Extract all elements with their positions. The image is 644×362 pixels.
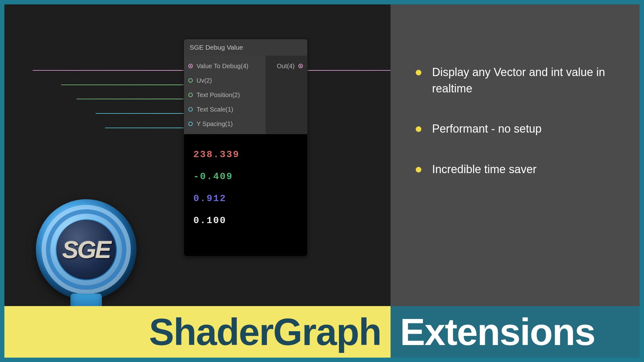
- input-port-text-position[interactable]: Text Position(2): [184, 88, 266, 102]
- preview-value-y: -0.409: [193, 171, 298, 182]
- port-dot-icon[interactable]: [188, 107, 193, 112]
- logo-sphere: SGE: [36, 199, 136, 300]
- wire-value-to-debug: [33, 70, 184, 71]
- port-label: Text Position(2): [197, 91, 240, 99]
- sge-logo: SGE: [23, 199, 149, 306]
- feature-bullet: Display any Vector and int value in real…: [416, 64, 621, 97]
- output-port-out[interactable]: Out(4): [266, 59, 307, 73]
- port-label: Text Scale(1): [197, 106, 233, 113]
- node-body: Value To Debug(4) Uv(2) Text Position(2): [184, 56, 307, 134]
- node-sge-debug-value[interactable]: SGE Debug Value Value To Debug(4) Uv(2): [184, 39, 308, 256]
- banner-right: Extensions: [391, 306, 640, 358]
- logo-stem: [70, 293, 102, 306]
- input-port-uv[interactable]: Uv(2): [184, 73, 266, 88]
- port-dot-icon[interactable]: [188, 93, 193, 97]
- wire-text-scale: [96, 113, 184, 114]
- input-port-text-scale[interactable]: Text Scale(1): [184, 102, 266, 117]
- port-label: Out(4): [277, 63, 295, 70]
- banner-left: ShaderGraph: [4, 306, 391, 358]
- title-banner: ShaderGraph Extensions: [4, 306, 640, 358]
- wire-text-position: [77, 99, 184, 99]
- banner-word-shadergraph: ShaderGraph: [149, 310, 381, 354]
- node-preview: 238.339 -0.409 0.912 0.100: [184, 134, 307, 256]
- banner-word-extensions: Extensions: [400, 310, 595, 354]
- port-dot-icon[interactable]: [188, 64, 193, 68]
- logo-text: SGE: [56, 220, 116, 279]
- wire-out: [308, 70, 391, 71]
- port-label: Y Spacing(1): [197, 120, 233, 128]
- top-area: SGE Debug Value Value To Debug(4) Uv(2): [4, 4, 640, 306]
- preview-value-w: 0.100: [193, 215, 298, 226]
- port-dot-icon[interactable]: [298, 64, 303, 68]
- port-dot-icon[interactable]: [188, 78, 193, 83]
- feature-bullet: Performant - no setup: [416, 121, 621, 137]
- preview-value-z: 0.912: [193, 193, 298, 204]
- port-dot-icon[interactable]: [188, 122, 193, 126]
- feature-bullet: Incredible time saver: [416, 161, 621, 178]
- wire-y-spacing: [105, 128, 184, 128]
- node-inputs: Value To Debug(4) Uv(2) Text Position(2): [184, 56, 266, 134]
- input-port-value-to-debug[interactable]: Value To Debug(4): [184, 59, 266, 73]
- feature-bullets: Display any Vector and int value in real…: [416, 64, 621, 178]
- node-title[interactable]: SGE Debug Value: [184, 39, 307, 56]
- port-label: Uv(2): [197, 77, 212, 84]
- preview-value-x: 238.339: [193, 149, 298, 160]
- node-outputs: Out(4): [266, 56, 307, 134]
- shadergraph-canvas[interactable]: SGE Debug Value Value To Debug(4) Uv(2): [4, 4, 391, 306]
- feature-list-panel: Display any Vector and int value in real…: [391, 4, 640, 306]
- input-port-y-spacing[interactable]: Y Spacing(1): [184, 117, 266, 131]
- port-label: Value To Debug(4): [197, 63, 248, 70]
- wire-uv: [61, 85, 184, 85]
- promo-frame: SGE Debug Value Value To Debug(4) Uv(2): [0, 0, 644, 362]
